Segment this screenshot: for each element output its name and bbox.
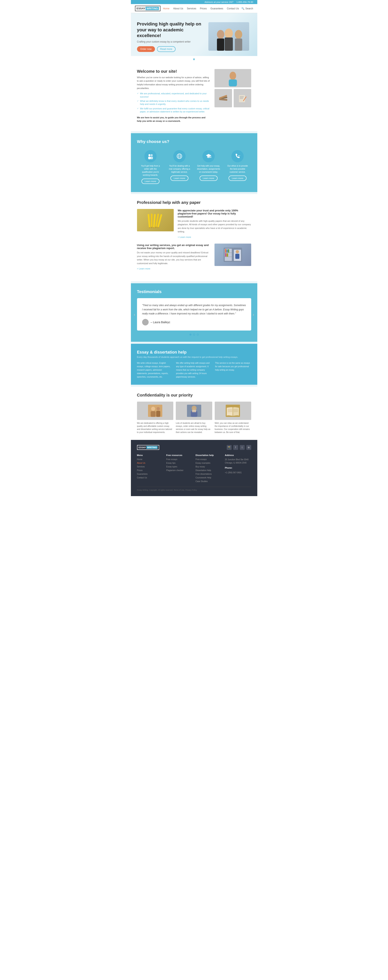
svg-point-28 [211,157,211,158]
footer-diss-case[interactable]: Case Studies [196,480,222,483]
svg-point-52 [236,250,239,253]
footer-menu-prices[interactable]: Prices [137,469,163,472]
carousel-prev[interactable]: ‹ [134,312,136,317]
checklist-item-3: We fulfill our promises and guarantee th… [137,107,211,113]
carousel-next[interactable]: › [253,312,254,317]
pro-link-2[interactable]: Learn more [137,267,150,270]
svg-rect-32 [147,214,150,227]
svg-rect-5 [235,38,242,51]
footer-bottom: Essay Writing. Copyright. All rights res… [137,487,251,491]
search-icon: 🔍 [241,7,244,10]
svg-rect-47 [225,249,226,253]
footer-diss-help[interactable]: Dissertation Help [196,469,222,472]
dot-3[interactable] [197,334,199,336]
why-card-btn-3[interactable]: Learn more [228,175,246,181]
svg-rect-53 [235,254,240,259]
svg-rect-49 [228,249,229,253]
svg-rect-56 [151,411,156,417]
social-rss[interactable]: ⊕ [246,445,251,450]
why-card-0: You'll get help from a writer with the q… [137,148,164,186]
footer: ESSAY WRITING 📸 f t ⊕ Menu Home About Us… [131,440,257,496]
svg-rect-51 [227,253,228,257]
footer-address: 20 Junction Blvd Ste 5540 Chicago, IL 60… [225,458,251,465]
footer-res-plagiarism[interactable]: Plagiarism checker [166,469,192,472]
pro-link-1[interactable]: Learn more [178,236,191,238]
footer-menu-about[interactable]: About Us [137,462,163,465]
footer-menu-guarantees[interactable]: Guarantees [137,473,163,476]
footer-diss-buy[interactable]: Buy essay [196,465,222,468]
nav-about[interactable]: About Us [173,7,183,10]
why-card-text-3: Our ethos is to provide the best possibl… [226,164,249,173]
nav-services[interactable]: Services [187,7,196,10]
nav-contact[interactable]: Contact Us [227,7,239,10]
welcome-image-person [214,69,251,88]
footer-diss-examples[interactable]: Essay examples [196,462,222,465]
confidentiality-section: Confidentiality is our priority We are d… [131,387,257,440]
conf-image-2 [215,402,251,420]
welcome-text: Welcome to our site! Whether you've come… [137,69,211,125]
conf-card-text-2: Well, you can relax as we understand the… [215,422,251,434]
social-instagram[interactable]: 📸 [227,445,232,450]
footer-diss-free-d[interactable]: Free dissertations [196,473,222,476]
hero-title: Providing high quality help on your way … [137,21,208,39]
pro-desc-2: Do not waste your money on poor quality … [137,251,211,265]
social-icons: 📸 f t ⊕ [227,445,251,450]
footer-col-address-heading: Address [225,454,251,457]
hero-subtitle: Crafting your custom essay by a competen… [137,40,208,43]
search-button[interactable]: 🔍 Search [241,7,253,10]
svg-marker-39 [155,227,157,228]
why-card-btn-0[interactable]: Learn more [142,178,160,184]
dot-1[interactable] [189,334,192,336]
svg-rect-1 [217,38,224,51]
social-twitter[interactable]: t [240,445,245,450]
pro-text-2: Using our writing services, you get an o… [137,243,211,270]
pencils-image [137,209,174,231]
dot-2[interactable] [193,334,195,336]
read-more-button[interactable]: Read more [157,46,176,52]
professional-section: Professional help with any paper We appr… [131,194,257,282]
why-card-btn-2[interactable]: Learn more [200,175,217,181]
footer-col-address: Address 20 Junction Blvd Ste 5540 Chicag… [225,454,251,484]
svg-marker-37 [153,227,155,228]
pro-title-1: We appreciate your trust and provide onl… [178,209,251,218]
footer-phone: +1 (356) 567-0601 [225,471,242,474]
footer-menu-services[interactable]: Services [137,465,163,468]
scroll-chevron[interactable]: ▼ [131,56,257,63]
conf-card-text-1: Lots of students are afraid to buy essay… [176,422,212,434]
svg-rect-14 [240,99,243,99]
footer-diss-free[interactable]: Free essays [196,458,222,461]
testimonial-carousel: ‹ "Tried so many sites and always ended … [137,298,251,330]
footer-res-essay-tips[interactable]: Essay tips [166,462,192,465]
nav-prices[interactable]: Prices [200,7,207,10]
nav-home[interactable]: Home [163,7,169,10]
conf-image-0 [137,402,174,420]
professional-heading: Professional help with any paper [137,200,251,205]
conf-grid: We are dedicated to offering a high qual… [137,402,251,434]
pro-text-1: We appreciate your trust and provide onl… [178,209,251,239]
svg-rect-13 [240,97,243,98]
conf-card-0: We are dedicated to offering a high qual… [137,402,174,434]
nav-guarantees[interactable]: Guarantees [211,7,223,10]
social-facebook[interactable]: f [233,445,238,450]
why-icon-globe [173,150,185,162]
footer-diss-coursework[interactable]: Coursework Help [196,476,222,479]
hero-image [208,22,249,51]
essay-subtitle: Every day thousands of students approach… [137,356,251,358]
pro-row-1: We appreciate your trust and provide onl… [137,209,251,239]
order-now-button[interactable]: Order now [137,46,155,52]
library-image [214,243,251,266]
why-card-2: Get help with your essay, dissertation, … [195,148,222,186]
footer-links: Menu Home About Us Services Prices Guara… [137,454,251,484]
svg-rect-12 [240,96,244,97]
welcome-heading: Welcome to our site! [137,69,211,74]
footer-res-free-essays[interactable]: Free essays [166,458,192,461]
phone-number: 1-800-456-78-90 [236,1,253,3]
nav-links: Home About Us Services Prices Guarantees… [163,7,239,10]
footer-menu-home[interactable]: Home [137,458,163,461]
why-icon-people [144,150,156,162]
essay-col-0: We write critical essays, English essays… [137,361,173,379]
why-card-btn-1[interactable]: Learn more [171,175,188,181]
footer-menu-contact[interactable]: Contact Us [137,476,163,479]
footer-res-essay-types[interactable]: Essay types [166,465,192,468]
logo: ESSAY WRITING [135,6,160,11]
